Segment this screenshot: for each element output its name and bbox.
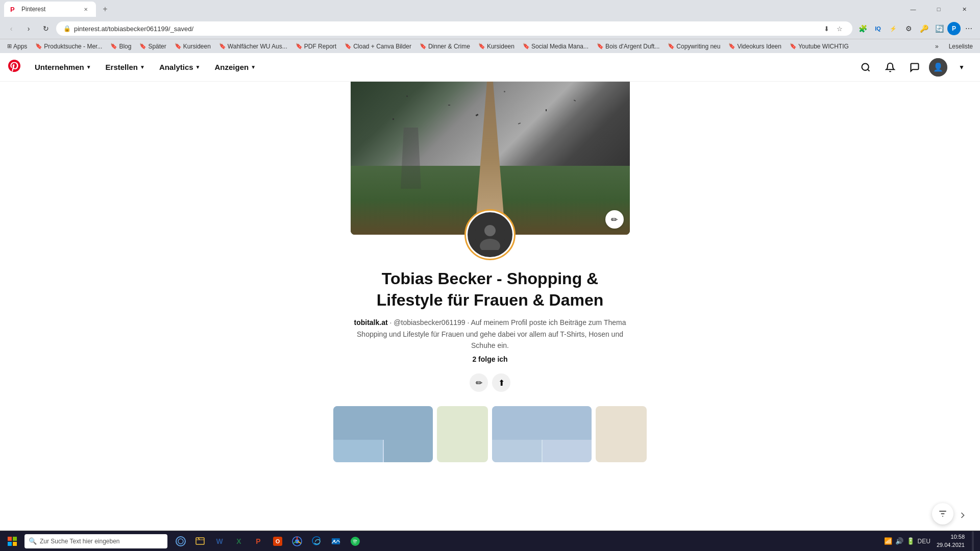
browser-chrome: P Pinterest ✕ + — □ ✕ ‹ › ↻ 🔒 pinterest.… xyxy=(0,0,980,53)
bookmark-produktsuche[interactable]: 🔖 Produktsuche - Mer... xyxy=(32,42,105,51)
active-tab[interactable]: P Pinterest ✕ xyxy=(4,2,96,17)
bookmark-wahlfaecher[interactable]: 🔖 Wahlfächer WU Aus... xyxy=(216,42,290,51)
bookmark-spaeter[interactable]: 🔖 Später xyxy=(136,42,169,51)
show-desktop-button[interactable] xyxy=(972,531,974,552)
nav-erstellen[interactable]: Erstellen ▼ xyxy=(100,59,151,76)
edit-profile-button[interactable]: ✏ xyxy=(470,373,488,392)
bookmark-icon-13: 🔖 xyxy=(728,43,736,49)
bookmark-apps[interactable]: ⊞ Apps xyxy=(4,42,30,51)
taskbar-time-display: 10:58 29.04.2021 xyxy=(937,533,965,549)
boards-row xyxy=(0,402,980,466)
board-item-1[interactable] xyxy=(333,406,433,462)
board-item-4[interactable] xyxy=(596,406,647,462)
board-item-3[interactable] xyxy=(492,406,592,462)
taskbar-chrome[interactable] xyxy=(288,532,306,550)
back-arrow-button[interactable] xyxy=(953,506,972,524)
taskbar-word[interactable]: W xyxy=(210,532,229,550)
tab-favicon: P xyxy=(10,6,17,13)
board-item-2[interactable] xyxy=(437,406,488,462)
star-icon[interactable]: ☆ xyxy=(834,23,845,34)
new-tab-button[interactable]: + xyxy=(98,2,112,16)
profile-meta: tobitalk.at · @tobiasbecker061199 · Auf … xyxy=(349,317,631,351)
svg-point-11 xyxy=(176,537,185,546)
maximize-button[interactable]: □ xyxy=(927,1,950,17)
update-icon[interactable]: 🔄 xyxy=(932,21,946,36)
svg-rect-10 xyxy=(13,542,17,546)
download-icon[interactable]: ⬇ xyxy=(821,23,832,34)
pinterest-logo[interactable] xyxy=(8,60,20,75)
start-button[interactable] xyxy=(2,531,22,552)
taskbar-powerpoint[interactable]: P xyxy=(249,532,267,550)
bookmark-icon-5: 🔖 xyxy=(219,43,226,49)
menu-icon[interactable]: ⋯ xyxy=(962,21,976,36)
iq-icon[interactable]: IQ xyxy=(871,21,885,36)
profile-name: Tobias Becker - Shopping & Lifestyle für… xyxy=(349,268,631,311)
profile-avatar-button[interactable]: 👤 xyxy=(929,58,947,77)
bookmark-dinner[interactable]: 🔖 Dinner & Crime xyxy=(416,42,473,51)
search-button[interactable] xyxy=(855,57,876,78)
tab-bar: P Pinterest ✕ + — □ ✕ xyxy=(0,0,980,18)
bookmark-bois[interactable]: 🔖 Bois d'Argent Duft... xyxy=(594,42,663,51)
network-icon[interactable]: 📶 xyxy=(884,537,892,545)
forward-button[interactable]: › xyxy=(21,21,36,36)
taskbar-edge[interactable] xyxy=(307,532,326,550)
reload-button[interactable]: ↻ xyxy=(39,21,53,36)
profile-handle: @tobiasbecker061199 xyxy=(394,318,465,327)
taskbar-clock[interactable]: 10:58 29.04.2021 xyxy=(933,531,969,552)
bookmark-youtube[interactable]: 🔖 Youtube WICHTIG xyxy=(787,42,852,51)
taskbar-search-bar[interactable]: 🔍 Zur Suche Text hier eingeben xyxy=(24,534,167,548)
share-profile-button[interactable]: ⬆ xyxy=(492,373,510,392)
bookmark-copywriting[interactable]: 🔖 Copywriting neu xyxy=(665,42,723,51)
bookmark-icon-2: 🔖 xyxy=(110,43,117,49)
bookmark-icon-1: 🔖 xyxy=(35,43,42,49)
taskbar-office[interactable]: O xyxy=(268,532,287,550)
bookmarks-more[interactable]: » xyxy=(932,42,942,51)
taskbar-spotify[interactable] xyxy=(346,532,364,550)
close-button[interactable]: ✕ xyxy=(952,1,976,17)
notifications-button[interactable] xyxy=(880,57,900,78)
bookmark-icon-3: 🔖 xyxy=(139,43,146,49)
bookmark-canva[interactable]: 🔖 Cload + Canva Bilder xyxy=(341,42,414,51)
volume-icon[interactable]: 🔊 xyxy=(895,537,903,545)
bookmark-icon-6: 🔖 xyxy=(296,43,303,49)
bookmark-kursideen2[interactable]: 🔖 Kursideen xyxy=(475,42,518,51)
lock-icon: 🔒 xyxy=(63,25,71,32)
profile-avatar[interactable] xyxy=(468,212,512,257)
bookmark-videokurs[interactable]: 🔖 Videokurs Ideen xyxy=(725,42,785,51)
profile-info: Tobias Becker - Shopping & Lifestyle für… xyxy=(337,260,643,367)
browser-profile-avatar[interactable]: P xyxy=(947,22,961,35)
minimize-button[interactable]: — xyxy=(901,1,925,17)
erstellen-chevron: ▼ xyxy=(140,64,145,70)
address-bar[interactable]: 🔒 pinterest.at/tobiasbecker061199/_saved… xyxy=(56,21,852,36)
messages-button[interactable] xyxy=(904,57,925,78)
battery-icon[interactable]: 🔋 xyxy=(906,537,915,545)
filter-button[interactable] xyxy=(932,503,953,524)
bookmark-social[interactable]: 🔖 Social Media Mana... xyxy=(520,42,592,51)
edit-cover-button[interactable]: ✏ xyxy=(605,210,624,229)
nav-analytics[interactable]: Analytics ▼ xyxy=(153,59,207,76)
taskbar-photos[interactable] xyxy=(327,532,345,550)
account-chevron[interactable]: ▼ xyxy=(951,57,972,78)
notification-area: 📶 🔊 🔋 DEU xyxy=(884,537,930,545)
tab-close-button[interactable]: ✕ xyxy=(82,5,90,13)
bookmark-pdf[interactable]: 🔖 PDF Report xyxy=(292,42,339,51)
settings-icon-2[interactable]: ⚙ xyxy=(901,21,916,36)
bookmark-blog[interactable]: 🔖 Blog xyxy=(107,42,134,51)
profile-content: ✏ Tobias Becker - Shopping & Lifestyle f… xyxy=(0,82,980,466)
svg-rect-9 xyxy=(8,542,12,546)
taskbar-cortana[interactable] xyxy=(172,532,190,550)
profile-avatar-ring xyxy=(464,209,516,260)
extensions-icon[interactable]: 🧩 xyxy=(855,21,870,36)
nav-anzeigen[interactable]: Anzeigen ▼ xyxy=(208,59,262,76)
bookmark-icon-14: 🔖 xyxy=(790,43,797,49)
taskbar-explorer[interactable] xyxy=(191,532,209,550)
profile-website: tobitalk.at xyxy=(354,318,387,327)
apps-icon: ⊞ xyxy=(7,43,12,49)
key-icon[interactable]: 🔑 xyxy=(917,21,931,36)
nav-unternehmen[interactable]: Unternehmen ▼ xyxy=(29,59,97,76)
taskbar-excel[interactable]: X xyxy=(230,532,248,550)
back-button[interactable]: ‹ xyxy=(4,21,18,36)
bookmark-leseliste[interactable]: Leseliste xyxy=(946,42,976,51)
bookmark-kursideen[interactable]: 🔖 Kursideen xyxy=(172,42,214,51)
vpn-icon[interactable]: ⚡ xyxy=(886,21,900,36)
